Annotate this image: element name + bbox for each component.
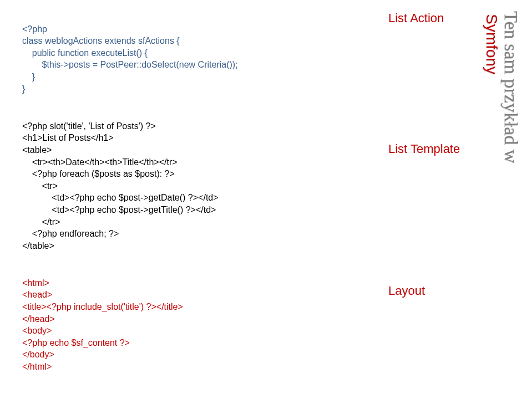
- code-block-template: <?php slot('title', 'List of Posts') ?> …: [22, 108, 366, 252]
- code-line: </body>: [22, 350, 54, 359]
- code-block-layout: <html> <head> <title><?php include_slot(…: [22, 265, 366, 372]
- code-line: </table>: [22, 241, 54, 250]
- code-line: </html>: [22, 362, 52, 371]
- code-line: <td><?php echo $post->getTitle() ?></td>: [22, 205, 216, 214]
- code-line: public function executeList() {: [22, 48, 148, 58]
- label-action: List Action: [388, 11, 472, 25]
- code-line: <body>: [22, 326, 52, 335]
- slide: <?php class weblogActions extends sfActi…: [22, 11, 510, 388]
- code-line: <head>: [22, 290, 52, 299]
- code-line: <title><?php include_slot('title') ?></t…: [22, 302, 183, 311]
- code-line: </head>: [22, 314, 55, 324]
- code-line: }: [22, 72, 35, 81]
- code-line: <?php: [22, 24, 47, 34]
- framework-name: Symfony: [483, 11, 500, 366]
- code-line: class weblogActions extends sfActions {: [22, 36, 180, 45]
- code-line: $this->posts = PostPeer::doSelect(new Cr…: [22, 60, 238, 69]
- code-block-action: <?php class weblogActions extends sfActi…: [22, 11, 366, 95]
- code-line: <?php slot('title', 'List of Posts') ?>: [22, 121, 156, 131]
- code-line: <td><?php echo $post->getDate() ?></td>: [22, 193, 219, 202]
- code-line: </tr>: [22, 217, 60, 227]
- code-line: <?php echo $sf_content ?>: [22, 338, 130, 347]
- code-line: <html>: [22, 278, 49, 288]
- code-line: <table>: [22, 145, 52, 155]
- code-column: <?php class weblogActions extends sfActi…: [22, 11, 366, 373]
- vertical-titles: Symfony Ten sam przykład w: [483, 11, 532, 366]
- labels-column: List Action List Template Layout: [388, 11, 472, 304]
- code-line: <tr><th>Date</th><th>Title</th></tr>: [22, 157, 178, 167]
- code-line: <tr>: [22, 181, 58, 191]
- code-line: <h1>List of Posts</h1>: [22, 133, 114, 142]
- label-layout: Layout: [388, 284, 472, 298]
- label-template: List Template: [388, 142, 472, 156]
- code-line: }: [22, 84, 25, 94]
- code-line: <?php endforeach; ?>: [22, 229, 119, 238]
- code-line: <?php foreach ($posts as $post): ?>: [22, 169, 175, 178]
- slide-title: Ten sam przykład w: [500, 11, 521, 366]
